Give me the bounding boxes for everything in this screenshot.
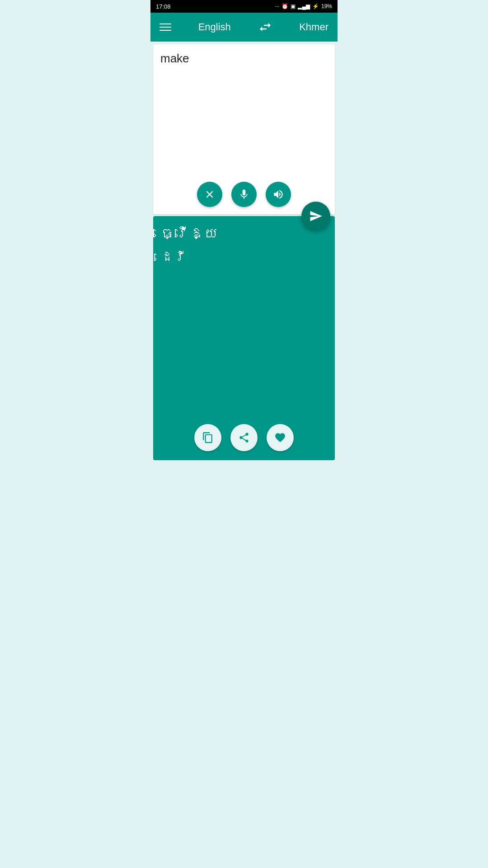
copy-icon <box>202 432 214 443</box>
top-bar: English Khmer <box>150 13 338 42</box>
signal-icon: ▂▄▆ <box>298 3 310 9</box>
speak-button[interactable] <box>266 182 291 207</box>
input-buttons <box>153 182 335 207</box>
output-area: ធ្វើឱ្យ ដេរ៉ី <box>153 216 335 460</box>
menu-line-3 <box>160 30 171 31</box>
dots-icon: ··· <box>275 3 279 9</box>
menu-line-1 <box>160 24 171 24</box>
translate-button[interactable] <box>301 202 330 231</box>
output-wrapper: ធ្វើឱ្យ ដេរ៉ី <box>153 216 335 460</box>
favorite-button[interactable] <box>267 424 294 451</box>
input-area: make <box>153 44 335 214</box>
secondary-translation: ដេរ៉ី <box>160 250 328 265</box>
battery-charging-icon: ⚡ <box>312 3 319 9</box>
heart-icon <box>274 432 286 443</box>
menu-line-2 <box>160 27 171 28</box>
microphone-icon <box>238 189 250 200</box>
microphone-button[interactable] <box>231 182 257 207</box>
share-icon <box>238 432 250 443</box>
volume-icon <box>272 189 284 200</box>
clear-button[interactable] <box>197 182 222 207</box>
status-icons: ··· ⏰ ▣ ▂▄▆ ⚡ 19% <box>275 3 332 9</box>
send-icon <box>309 209 323 223</box>
copy-button[interactable] <box>194 424 221 451</box>
share-button[interactable] <box>230 424 258 451</box>
primary-translation: ធ្វើឱ្យ <box>160 225 328 242</box>
swap-languages-button[interactable] <box>258 20 272 34</box>
status-bar: 17:08 ··· ⏰ ▣ ▂▄▆ ⚡ 19% <box>150 0 338 13</box>
battery-level: 19% <box>321 3 332 9</box>
target-language[interactable]: Khmer <box>299 21 328 33</box>
input-text[interactable]: make <box>160 52 328 178</box>
source-language[interactable]: English <box>198 21 231 33</box>
sim-icon: ▣ <box>291 3 296 9</box>
output-buttons <box>153 424 335 451</box>
time: 17:08 <box>156 3 171 10</box>
close-icon <box>204 189 216 200</box>
alarm-icon: ⏰ <box>282 3 288 9</box>
menu-button[interactable] <box>160 24 171 31</box>
